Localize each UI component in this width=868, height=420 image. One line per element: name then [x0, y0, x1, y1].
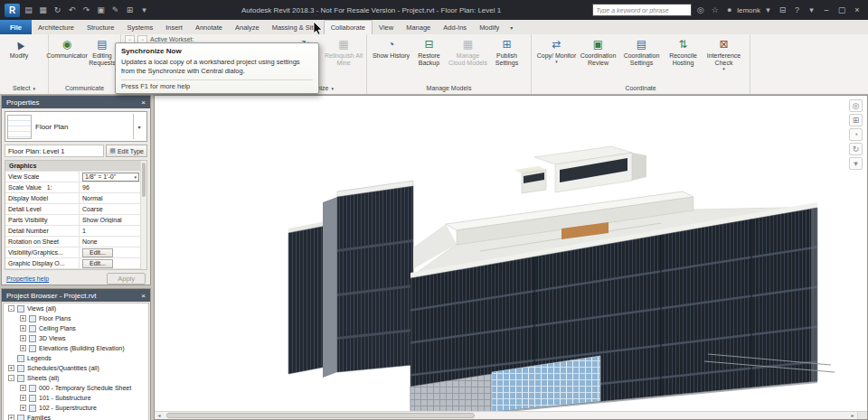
graphic-display-edit-button[interactable]: Edit... — [82, 259, 113, 268]
main-area: Properties × Floor Plan ▾ Floor Plan: Le… — [0, 95, 868, 420]
nav-pan-icon[interactable]: ⊞ — [849, 114, 863, 126]
sync-central-icon[interactable]: ↻ — [52, 4, 63, 16]
project-browser-close-icon[interactable]: × — [141, 292, 146, 300]
properties-help-link[interactable]: Properties help — [6, 275, 49, 282]
tab-collaborate[interactable]: Collaborate — [324, 20, 373, 34]
view-scale-select[interactable]: 1/8" = 1'-0"▾ — [82, 173, 139, 182]
username: lemonk — [737, 6, 760, 14]
cart-icon[interactable]: ⊟ — [777, 4, 788, 16]
minimize-button[interactable]: – — [820, 5, 833, 14]
horizontal-scrollbar[interactable]: ◂ ▸ — [155, 411, 867, 419]
tree-item-ceiling-plans[interactable]: +Ceiling Plans — [4, 323, 148, 333]
tab-modify[interactable]: Modify — [473, 20, 505, 34]
tree-item-schedules[interactable]: +Schedules/Quantities (all) — [4, 363, 148, 373]
property-grid-scrollbar[interactable] — [140, 161, 146, 269]
tab-structure[interactable]: Structure — [80, 20, 120, 34]
type-selector-caret-icon[interactable]: ▾ — [133, 114, 145, 139]
nav-wheel-icon[interactable]: ◎ — [849, 99, 863, 112]
edit-type-button[interactable]: ▦ Edit Type — [106, 145, 147, 157]
tree-item-elevations[interactable]: +Elevations (Building Elevation) — [4, 343, 148, 353]
display-model-value[interactable]: Normal — [80, 195, 146, 201]
tab-insert[interactable]: Insert — [159, 20, 189, 34]
scroll-left-icon[interactable]: ◂ — [155, 412, 164, 419]
type-selector[interactable]: Floor Plan ▾ — [5, 111, 147, 142]
tab-view[interactable]: View — [373, 20, 400, 34]
apply-button[interactable]: Apply — [107, 273, 146, 285]
expander[interactable]: + — [20, 405, 26, 411]
tab-analyze[interactable]: Analyze — [229, 20, 266, 34]
drawing-area[interactable]: ◎ ⊞ ◔ ↻ ▾ ◂ ▸ — [154, 95, 868, 420]
communicator-button[interactable]: ◉ Communicator — [50, 36, 85, 60]
expander[interactable]: + — [20, 315, 26, 322]
show-history-button[interactable]: ◔ Show History — [373, 36, 410, 60]
tree-item-families[interactable]: +Families — [4, 413, 148, 420]
interference-check-button[interactable]: ⊠ Interference Check ▾ — [703, 36, 745, 71]
tree-item-sheet-102[interactable]: +102 - Superstructure — [4, 403, 148, 413]
tag-icon[interactable]: ⊞ — [124, 4, 136, 16]
measure-icon[interactable]: ✎ — [109, 4, 121, 16]
expander[interactable]: + — [20, 385, 26, 391]
detail-number-value[interactable]: 1 — [80, 228, 146, 234]
expander[interactable]: - — [8, 375, 14, 381]
undo-icon[interactable]: ↶ — [66, 4, 78, 16]
help-caret-icon[interactable]: ▾ — [806, 4, 817, 16]
save-icon[interactable]: ▦ — [37, 4, 49, 16]
expander[interactable]: + — [8, 365, 14, 371]
tree-item-sheet-101[interactable]: +101 - Substructure — [4, 393, 148, 403]
rotation-on-sheet-value[interactable]: None — [80, 238, 146, 245]
tree-item-sheet-000[interactable]: +000 - Temporary Schedule Sheet — [4, 383, 148, 393]
tab-add-ins[interactable]: Add-Ins — [437, 20, 473, 34]
star-icon[interactable]: ☆ — [709, 4, 721, 16]
tree-item-sheets[interactable]: -Sheets (all) — [4, 373, 148, 383]
nav-caret-icon[interactable]: ▾ — [849, 157, 863, 170]
expander[interactable]: - — [8, 305, 14, 312]
restore-button[interactable]: ▢ — [835, 5, 848, 14]
scale-value[interactable]: 96 — [80, 184, 146, 191]
search-input[interactable] — [592, 4, 692, 16]
detail-level-value[interactable]: Coarse — [80, 206, 146, 212]
modify-button[interactable]: ▲ Modify — [0, 36, 38, 60]
properties-close-icon[interactable]: × — [141, 98, 146, 107]
properties-header[interactable]: Properties × — [2, 96, 150, 108]
instance-name[interactable]: Floor Plan: Level 1 — [5, 145, 104, 157]
tree-item-floor-plans[interactable]: +Floor Plans — [4, 313, 148, 323]
redo-icon[interactable]: ↷ — [80, 4, 92, 16]
reconcile-hosting-button[interactable]: ⇅ Reconcile Hosting — [664, 36, 703, 67]
tab-architecture[interactable]: Architecture — [32, 20, 80, 34]
expander[interactable]: + — [20, 325, 26, 331]
print-icon[interactable]: ▣ — [95, 4, 107, 16]
qat-caret-icon[interactable]: ▾ — [138, 4, 150, 16]
tab-systems[interactable]: Systems — [120, 20, 159, 34]
project-browser-header[interactable]: Project Browser - Project.rvt × — [2, 289, 150, 302]
tree-item-3d-views[interactable]: +3D Views — [4, 333, 148, 343]
nav-orbit-icon[interactable]: ↻ — [849, 143, 863, 155]
tab-file[interactable]: File — [0, 20, 32, 34]
tree-item-views[interactable]: -Views (all) — [4, 303, 148, 313]
scrollbar-thumb[interactable] — [166, 413, 475, 418]
parts-visibility-value[interactable]: Show Original — [80, 217, 146, 223]
publish-settings-button[interactable]: ⊞ Publish Settings — [488, 36, 526, 67]
sign-in-area[interactable]: ● lemonk ▾ — [723, 4, 774, 16]
tab-annotate[interactable]: Annotate — [189, 20, 229, 34]
tab-manage[interactable]: Manage — [400, 20, 437, 34]
tab-overflow-caret-icon[interactable]: ▾ — [505, 20, 517, 34]
coordination-review-button[interactable]: ▣ Coordination Review — [577, 36, 620, 67]
expander[interactable]: + — [20, 395, 26, 401]
help-icon[interactable]: ? — [791, 4, 803, 16]
open-icon[interactable]: ▤ — [23, 4, 34, 16]
expander[interactable]: + — [8, 415, 14, 420]
search-go-icon[interactable]: ◎ — [694, 4, 706, 16]
expander[interactable]: + — [20, 345, 26, 351]
restore-backup-button[interactable]: ⊟ Restore Backup — [410, 36, 448, 67]
select-panel-label[interactable]: Select▾ — [0, 82, 48, 94]
coordination-settings-button[interactable]: ▤ Coordination Settings — [620, 36, 664, 67]
tree-item-legends[interactable]: Legends — [4, 353, 148, 363]
copy-monitor-button[interactable]: ⇄ Copy/ Monitor ▾ — [537, 36, 577, 64]
revit-logo[interactable]: R — [5, 4, 20, 17]
close-button[interactable]: × — [851, 5, 863, 14]
scroll-right-icon[interactable]: ▸ — [848, 412, 857, 419]
expander[interactable]: + — [20, 335, 26, 341]
graphics-section-header[interactable]: Graphics ^ — [5, 161, 146, 172]
visibility-graphics-edit-button[interactable]: Edit... — [82, 248, 113, 257]
nav-zoom-icon[interactable]: ◔ — [849, 128, 863, 141]
